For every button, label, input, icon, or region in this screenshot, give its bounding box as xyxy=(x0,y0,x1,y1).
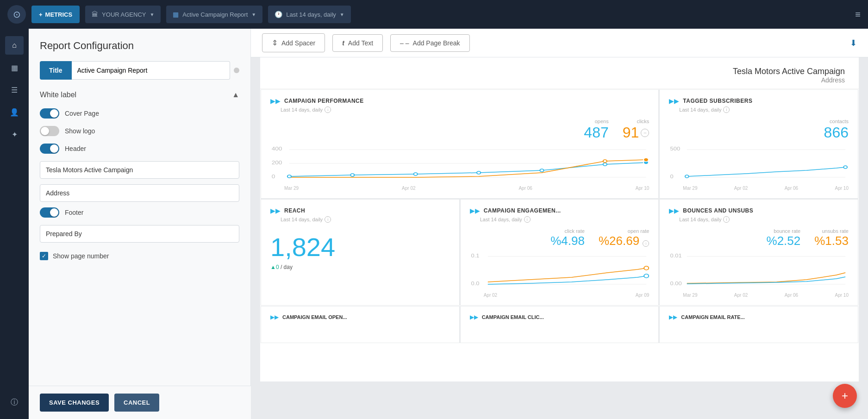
logo: ⊙ xyxy=(7,5,26,24)
sidebar-item-info[interactable]: ⓘ xyxy=(5,393,24,412)
info-icon-engagement[interactable]: i xyxy=(524,216,531,223)
svg-text:500: 500 xyxy=(670,146,681,151)
header-row: Header xyxy=(40,144,239,154)
add-page-break-button[interactable]: – – Add Page Break xyxy=(390,34,469,52)
metric-bounce-rate-label: bounce rate xyxy=(767,228,801,234)
title-input[interactable] xyxy=(72,61,230,80)
header-text-input[interactable] xyxy=(40,161,239,179)
sidebar-item-dashboard[interactable]: ▦ xyxy=(5,58,24,77)
svg-text:400: 400 xyxy=(272,146,282,152)
metric-unsubs-rate: unsubs rate %1.53 xyxy=(814,228,849,248)
report-header: Tesla Motors Active Campaign Address xyxy=(260,57,859,89)
widget-tagged-subscribers: ▶▶ TAGGED SUBSCRIBERS Last 14 days, dail… xyxy=(659,89,858,199)
metric-click-rate: click rate %4.98 xyxy=(550,228,585,248)
widget-title-email-click: CAMPAIGN EMAIL CLIC... xyxy=(482,314,544,320)
widget-header-email-rate: ▶▶ CAMPAIGN EMAIL RATE... xyxy=(669,314,849,320)
top-nav: ⊙ + METRICS 🏛 YOUR AGENCY ▼ ▦ Active Cam… xyxy=(0,0,868,29)
left-sidebar: ⌂ ▦ ☰ 👤 ✦ ⓘ xyxy=(0,29,29,419)
svg-point-7 xyxy=(350,174,354,176)
sidebar-item-home[interactable]: ⌂ xyxy=(5,36,24,55)
add-spacer-label: Add Spacer xyxy=(281,39,315,47)
logo-icon: ⊙ xyxy=(13,9,21,20)
chart-engagement: 0.1 0.0 Apr 02 Apr 09 xyxy=(470,252,649,298)
info-icon-campaign[interactable]: i xyxy=(325,106,331,113)
show-logo-label: Show logo xyxy=(65,127,95,135)
info-icon-tagged[interactable]: i xyxy=(723,106,730,113)
report-header-title: Tesla Motors Active Campaign xyxy=(274,67,845,76)
prepared-by-input[interactable] xyxy=(40,225,239,243)
sidebar-item-reports[interactable]: ☰ xyxy=(5,81,24,99)
title-label: Title xyxy=(40,61,72,80)
show-page-number-label: Show page number xyxy=(53,252,109,260)
white-label-collapse-icon[interactable]: ▲ xyxy=(232,91,239,99)
show-page-number-checkbox[interactable]: ✓ xyxy=(40,252,48,260)
address-input[interactable] xyxy=(40,184,239,202)
widget-metrics-engagement: click rate %4.98 open rate %26.69 ○ xyxy=(470,228,649,248)
agency-dropdown[interactable]: 🏛 YOUR AGENCY ▼ xyxy=(85,6,161,23)
agency-arrow-icon: ▼ xyxy=(150,12,154,17)
svg-point-25 xyxy=(644,274,649,278)
download-button[interactable]: ⬇ xyxy=(850,38,857,48)
widget-metrics-bounces: bounce rate %2.52 unsubs rate %1.53 xyxy=(669,228,849,248)
svg-point-8 xyxy=(414,173,418,175)
toolbar: ⇕ Add Spacer t Add Text – – Add Page Bre… xyxy=(251,29,868,57)
widget-reach: ▶▶ REACH Last 14 days, daily i 1,824 ▲0 … xyxy=(261,199,460,306)
fab-plus-icon: + xyxy=(842,389,848,402)
add-spacer-button[interactable]: ⇕ Add Spacer xyxy=(262,33,325,52)
sidebar-item-campaigns[interactable]: ✦ xyxy=(5,125,24,144)
date-range-label: Last 14 days, daily xyxy=(286,11,336,18)
metric-open-rate-value: %26.69 ○ xyxy=(599,234,649,248)
widget-icon-email-rate: ▶▶ xyxy=(669,314,677,320)
widget-header-reach: ▶▶ REACH xyxy=(270,207,450,214)
report-area: Tesla Motors Active Campaign Address ▶▶ … xyxy=(251,57,868,391)
agency-label: YOUR AGENCY xyxy=(102,11,146,18)
report-dropdown[interactable]: ▦ Active Campaign Report ▼ xyxy=(166,6,262,23)
show-logo-toggle[interactable] xyxy=(40,126,59,136)
metric-unsubs-rate-label: unsubs rate xyxy=(814,228,849,234)
metric-click-rate-value: %4.98 xyxy=(550,234,585,248)
agency-building-icon: 🏛 xyxy=(92,11,98,18)
footer-toggle[interactable] xyxy=(40,207,59,218)
white-label-label: White label xyxy=(40,91,76,99)
sidebar-item-contacts[interactable]: 👤 xyxy=(5,103,24,121)
info-icon-bounces[interactable]: i xyxy=(723,216,730,223)
widget-title-email-rate: CAMPAIGN EMAIL RATE... xyxy=(681,314,745,320)
minus-icon-clicks[interactable]: − xyxy=(641,129,649,137)
widget-icon-engagement: ▶▶ xyxy=(470,207,480,214)
show-logo-row: Show logo xyxy=(40,126,239,136)
widget-header-email-click: ▶▶ CAMPAIGN EMAIL CLIC... xyxy=(470,314,649,320)
metrics-button[interactable]: + METRICS xyxy=(31,6,80,23)
add-text-button[interactable]: t Add Text xyxy=(332,34,383,52)
cover-page-row: Cover Page xyxy=(40,108,239,119)
widget-title-bounces: BOUNCES AND UNSUBS xyxy=(683,207,753,214)
date-arrow-icon: ▼ xyxy=(340,12,344,17)
svg-text:0: 0 xyxy=(670,174,674,179)
header-toggle[interactable] xyxy=(40,144,59,154)
widget-email-click: ▶▶ CAMPAIGN EMAIL CLIC... xyxy=(460,306,659,343)
reach-number: 1,824 xyxy=(270,232,450,262)
save-changes-button[interactable]: SAVE CHANGES xyxy=(40,394,109,412)
date-range-dropdown[interactable]: 🕐 Last 14 days, daily ▼ xyxy=(268,6,351,23)
cover-page-toggle[interactable] xyxy=(40,108,59,119)
chart-campaign-performance: 400 200 0 xyxy=(270,145,649,191)
info-icon-reach[interactable]: i xyxy=(325,216,331,223)
widget-metrics-tagged: contacts 866 xyxy=(669,119,849,141)
metric-open-rate-label: open rate xyxy=(599,228,649,234)
hamburger-menu-icon[interactable]: ≡ xyxy=(855,9,861,20)
chart-dates-tagged: Mar 29 Apr 02 Apr 06 Apr 10 xyxy=(669,186,849,191)
report-label: Active Campaign Report xyxy=(182,11,248,18)
chart-dates-campaign: Mar 29 Apr 02 Apr 06 Apr 10 xyxy=(270,186,649,191)
svg-text:0.01: 0.01 xyxy=(670,253,682,258)
svg-point-26 xyxy=(644,266,649,270)
download-icon: ⬇ xyxy=(850,38,857,48)
widget-email-open: ▶▶ CAMPAIGN EMAIL OPEN... xyxy=(261,306,460,343)
cancel-button[interactable]: CANCEL xyxy=(114,394,159,412)
fab-add-button[interactable]: + xyxy=(833,384,857,408)
widget-icon-email-click: ▶▶ xyxy=(470,314,478,320)
report-header-address: Address xyxy=(274,76,845,84)
metric-contacts-label: contacts xyxy=(824,119,849,124)
widget-title-email-open: CAMPAIGN EMAIL OPEN... xyxy=(282,314,347,320)
metrics-label: METRICS xyxy=(45,11,73,18)
svg-point-6 xyxy=(287,175,291,178)
metric-clicks: clicks 91 − xyxy=(623,119,649,141)
